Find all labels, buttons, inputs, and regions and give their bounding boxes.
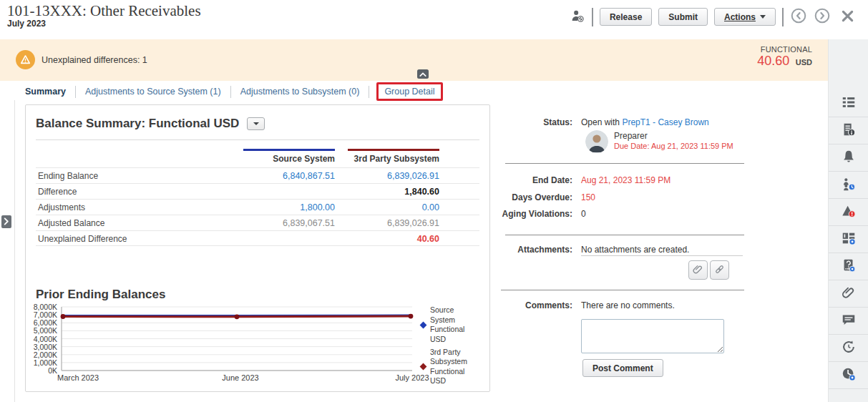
unexplained-difference-value: 40.60	[332, 231, 439, 247]
add-attachment-button[interactable]	[688, 260, 708, 280]
days-overdue-label: Days Overdue:	[501, 192, 572, 202]
panel-divider	[14, 100, 15, 402]
rail-history-button[interactable]	[829, 362, 868, 389]
ending-balance-subsystem-link[interactable]: 6,839,026.91	[332, 168, 439, 184]
actions-rail	[828, 39, 868, 402]
close-icon	[840, 9, 855, 26]
status-prefix: Open with	[581, 117, 622, 127]
annotation-highlight-box: Group Detail	[376, 82, 442, 101]
caret-down-icon	[760, 15, 766, 19]
adjustments-source-link[interactable]: 1,800.00	[228, 200, 335, 215]
divider	[581, 255, 743, 256]
adjustments-subsystem-link[interactable]: 0.00	[332, 200, 439, 215]
table-row: Ending Balance 6,840,867.51 6,839,026.91	[36, 167, 479, 183]
table-row: Difference 1,840.60	[36, 183, 479, 199]
comments-label: Comments:	[501, 300, 572, 310]
chevron-left-circle-icon	[790, 7, 807, 26]
bell-icon	[841, 149, 857, 167]
assignee-link[interactable]: PrepT1 - Casey Brown	[622, 117, 708, 127]
legend-label: Source System Functional USD	[430, 305, 477, 345]
aging-violations-value: 0	[581, 209, 586, 219]
table-row: Adjustments 1,800.00 0.00	[36, 199, 479, 215]
attachments-empty-text: No attachments are created.	[581, 245, 689, 255]
workflow-users-icon	[841, 176, 857, 194]
next-button[interactable]	[814, 7, 831, 26]
rail-workflow-button[interactable]	[829, 172, 868, 199]
preparer-avatar	[585, 130, 608, 153]
divider	[592, 8, 593, 26]
user-unassigned-button[interactable]	[570, 8, 585, 26]
currency-label: USD	[796, 58, 812, 67]
balance-summary-table: Source System 3rd Party Subsystem Ending…	[36, 147, 479, 246]
end-date-label: End Date:	[501, 175, 572, 185]
legend-item: 3rd Party Subsystem Functional USD	[421, 348, 489, 387]
tab-adjustments-subsystem[interactable]: Adjustments to Subsystem (0)	[231, 87, 369, 97]
legend-item: Source System Functional USD	[421, 305, 489, 345]
ending-balance-source-link[interactable]: 6,840,867.51	[228, 168, 335, 184]
rail-attributes-button[interactable]	[829, 226, 868, 253]
source-system-colorbar	[243, 149, 335, 151]
attributes-icon	[841, 230, 857, 248]
instructions-icon	[841, 122, 857, 139]
submit-button[interactable]: Submit	[658, 8, 708, 26]
rail-warnings-button[interactable]	[829, 199, 868, 226]
tab-summary[interactable]: Summary	[25, 87, 75, 97]
aging-violations-label: Aging Violations:	[501, 209, 572, 219]
days-overdue-value: 150	[581, 192, 595, 202]
rail-questions-button[interactable]	[829, 253, 868, 280]
rail-list-button[interactable]	[829, 90, 868, 117]
collapse-banner-button[interactable]	[417, 69, 429, 79]
chevron-up-icon	[419, 69, 426, 79]
legend-label: 3rd Party Subsystem Functional USD	[430, 348, 477, 387]
divider	[782, 8, 784, 26]
status-value: Open with PrepT1 - Casey Brown	[581, 117, 709, 127]
rail-prior-reconciliations-button[interactable]	[829, 335, 868, 362]
table-row: Adjusted Balance 6,839,067.51 6,839,026.…	[36, 215, 479, 230]
rail-attachments-button[interactable]	[829, 280, 868, 308]
balance-view-dropdown[interactable]	[247, 117, 265, 130]
rail-comments-button[interactable]	[829, 308, 868, 335]
period-label: July 2023	[7, 19, 46, 29]
subsystem-series-marker-icon	[420, 363, 427, 371]
paperclip-icon	[692, 263, 704, 278]
adjusted-balance-subsystem: 6,839,026.91	[332, 215, 439, 231]
previous-button[interactable]	[790, 7, 807, 26]
balance-summary-card: Balance Summary: Functional USD Source S…	[25, 104, 490, 392]
due-date-line: Due Date: Aug 21, 2023 11:59 PM	[614, 142, 733, 150]
subsystem-colorbar	[348, 149, 439, 151]
list-icon	[841, 94, 857, 112]
tab-bar: Summary Adjustments to Source System (1)…	[25, 82, 443, 102]
user-block-icon	[570, 8, 585, 26]
history-icon	[841, 366, 857, 384]
post-comment-button[interactable]: Post Comment	[582, 359, 663, 377]
unexplained-differences-message: Unexplained differences: 1	[42, 55, 147, 65]
row-label: Adjustments	[38, 200, 85, 215]
rail-alerts-button[interactable]	[829, 144, 868, 172]
actions-button[interactable]: Actions	[714, 8, 776, 26]
tab-adjustments-source-system[interactable]: Adjustments to Source System (1)	[76, 87, 230, 97]
comment-input[interactable]	[581, 319, 724, 353]
tab-group-detail[interactable]: Group Detail	[384, 87, 434, 97]
workflow-panel: Status: Open with PrepT1 - Casey Brown P…	[501, 104, 826, 402]
balance-type-label: FUNCTIONAL	[757, 45, 812, 54]
balance-summary-title: Balance Summary: Functional USD	[36, 117, 239, 131]
end-date-value: Aug 21, 2023 11:59 PM	[581, 175, 670, 185]
difference-value: 1,840.60	[332, 184, 439, 200]
table-row: Unexplained Difference 40.60	[36, 230, 479, 246]
release-button[interactable]: Release	[600, 8, 652, 26]
y-tick-label: 0K	[27, 366, 57, 375]
y-tick-label: 5,000K	[27, 326, 57, 335]
add-link-button[interactable]	[710, 260, 729, 280]
due-date-label: Due Date:	[614, 142, 651, 150]
header-controls: Release Submit Actions	[570, 7, 855, 26]
rail-instructions-button[interactable]	[829, 117, 868, 144]
expand-panel-button[interactable]	[1, 215, 11, 228]
row-label: Unexplained Difference	[38, 231, 127, 247]
x-tick-label: June 2023	[205, 373, 276, 382]
reconciliation-window: 101-13XXX: Other Receivables July 2023 R…	[0, 0, 868, 402]
column-header-source: Source System	[228, 154, 335, 164]
status-label: Status:	[501, 117, 572, 127]
divider	[369, 86, 369, 98]
source-series-marker-icon	[420, 321, 427, 328]
close-button[interactable]	[840, 9, 855, 26]
